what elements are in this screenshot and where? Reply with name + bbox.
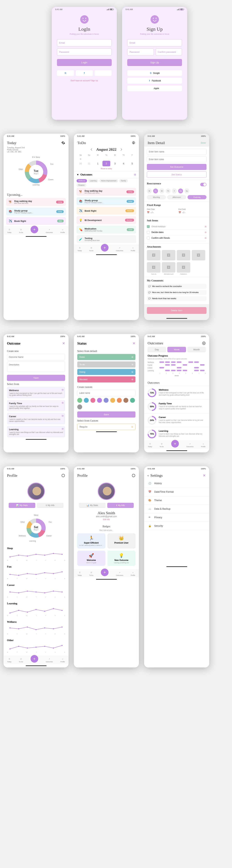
nav-profile[interactable]: ☺Profile (201, 442, 206, 447)
nav-add-button[interactable]: + (31, 226, 38, 233)
prev-month-button[interactable] (91, 148, 93, 151)
nav-todo[interactable]: ☑To Do (19, 228, 23, 233)
login-button[interactable]: Login (57, 59, 112, 66)
color-swatch[interactable] (77, 404, 82, 409)
color-swatch[interactable] (110, 398, 115, 403)
outcome-option[interactable]: Family TimeI want to do activities with … (7, 400, 65, 411)
settings-item[interactable]: ☁️Data & Backup (144, 505, 209, 513)
settings-item[interactable]: 🎨Theme (144, 496, 209, 505)
outcome-item[interactable]: 75%LearningI want to learn new things so… (144, 427, 209, 441)
todo-card[interactable]: 📚Study groupPrep for Tuesday's exam…Dela… (77, 197, 136, 205)
back-button[interactable]: ‹ (148, 474, 149, 477)
filter-chip[interactable]: Finance (77, 184, 86, 187)
tab-my-stats[interactable]: 📊 My Stats (79, 503, 106, 508)
apple-login-button[interactable] (95, 70, 112, 76)
outcome-item[interactable]: 50%Family TimeI want to do activities wi… (144, 400, 209, 413)
password-field[interactable] (127, 49, 154, 56)
nav-profile[interactable]: ☺Profile (60, 657, 65, 663)
settings-icon[interactable] (61, 141, 65, 145)
outcome-option[interactable]: CareerI want to upskill so that I can be… (7, 413, 65, 424)
color-swatch[interactable] (130, 398, 135, 403)
remove-option-icon[interactable]: ⊖ (62, 389, 64, 391)
outcome-option[interactable]: LearningI want to learn new things so th… (7, 426, 65, 437)
password-field[interactable] (57, 49, 112, 56)
settings-icon[interactable] (132, 473, 136, 477)
remove-option-icon[interactable]: ⊖ (62, 427, 64, 430)
item-notes-input[interactable] (147, 156, 206, 162)
facebook-login-button[interactable]: f (76, 70, 93, 76)
settings-icon[interactable] (202, 341, 206, 345)
filter-icon[interactable]: ▼ (77, 173, 79, 176)
set-status-button[interactable]: Set Status (147, 172, 206, 178)
remove-status-icon[interactable]: ⊖ (131, 426, 133, 428)
nav-profile[interactable]: ☺Profile (60, 228, 65, 233)
segment-button[interactable]: Month (187, 347, 206, 352)
tab-my-info[interactable]: ℹ My Info (37, 503, 63, 508)
nav-add-button[interactable]: + (101, 244, 109, 252)
email-field[interactable] (127, 39, 182, 46)
nav-todo[interactable]: ☑To Do (19, 657, 23, 663)
todo-card[interactable]: 🐕Dog walking day60% done card nameDoing (77, 188, 136, 196)
remove-subitem-icon[interactable]: ⊖ (205, 237, 206, 239)
upcoming-card[interactable]: 📚Study groupPrep for Tuesday's exam…Dela… (6, 208, 66, 215)
color-swatch[interactable] (90, 398, 95, 403)
outcome-option[interactable]: WellnessI want to feel energized so that… (7, 387, 65, 398)
badge-card[interactable]: 🏃Super Efficient8 of 30 • efficiency awa… (77, 533, 106, 549)
apple-signup-button[interactable]: Apple (127, 85, 182, 91)
save-button[interactable]: Save (77, 411, 136, 417)
edit-info-link[interactable]: Edit info (74, 518, 139, 521)
remove-status-icon[interactable]: ⊖ (132, 363, 133, 366)
item-name-input[interactable] (147, 149, 206, 155)
calendar-day[interactable]: 4 (120, 161, 128, 166)
close-button[interactable]: ✕ (133, 341, 136, 345)
badge-card[interactable]: 🚀WelcomeHere's to a goal! (77, 551, 106, 566)
nav-today[interactable]: ☰Today (78, 571, 82, 576)
color-swatch[interactable] (117, 398, 122, 403)
day-toggle[interactable]: Th (166, 189, 171, 193)
delete-item-button[interactable]: Delete Item (147, 307, 206, 314)
outcome-desc-input[interactable] (7, 362, 65, 372)
start-date-picker[interactable]: 📅- / - (147, 210, 175, 215)
remove-status-icon[interactable]: ⊖ (132, 378, 133, 381)
confirm-password-field[interactable] (155, 49, 182, 56)
nav-today[interactable]: ☰Today (7, 657, 11, 663)
google-login-button[interactable]: G (57, 70, 74, 76)
todo-card[interactable]: 🧪TestingSomething about else (77, 235, 136, 243)
calendar-day[interactable]: 2 (103, 161, 111, 166)
segment-button[interactable]: Week (167, 347, 186, 352)
remove-status-icon[interactable]: ⊖ (132, 356, 133, 358)
signup-link[interactable]: Don't have an account? Sign Up (57, 80, 112, 82)
tab-my-stats[interactable]: 📊 My Stats (9, 503, 35, 508)
attachment-thumb[interactable]: 🖼 (162, 250, 175, 260)
filter-chip[interactable]: Wellness (77, 179, 87, 182)
remove-option-icon[interactable]: ⊖ (62, 401, 64, 404)
nav-today[interactable]: ☰Today (78, 246, 82, 252)
attachment-thumb[interactable]: 🖼 (177, 250, 190, 260)
attachment-thumb[interactable]: 🖼 (192, 250, 205, 260)
login-link[interactable]: Login (179, 9, 184, 11)
set-outcome-button[interactable]: Set Outcome (147, 164, 206, 170)
settings-item[interactable]: 📅Date/Time Format (144, 488, 209, 496)
time-of-day-toggle[interactable]: Afternoon (167, 195, 186, 199)
nav-outcomes[interactable]: ↗Outcomes (46, 228, 53, 233)
attachment-thumb[interactable]: 🖼 (177, 262, 190, 273)
upcoming-card[interactable]: 🐕Dog walking day60% done and moreDoing (6, 198, 66, 206)
outcome-item[interactable]: 73%WellnessI want to feel energized so t… (144, 386, 209, 400)
status-option[interactable]: Done⊖ (77, 354, 136, 360)
nav-add-button[interactable]: + (31, 655, 38, 663)
save-button[interactable]: Save (7, 375, 65, 381)
subitem-checkbox[interactable] (147, 231, 150, 234)
nav-outcomes[interactable]: ↗Outcomes (116, 246, 123, 252)
settings-item[interactable]: 🕐History (144, 479, 209, 488)
done-button[interactable]: Done (201, 142, 206, 144)
filter-chip[interactable]: Learning (88, 179, 98, 182)
outcome-item[interactable]: 24%CareerI want to upskill so that I can… (144, 413, 209, 427)
remove-subitem-icon[interactable]: ⊖ (205, 231, 206, 234)
nav-add-button[interactable]: + (101, 568, 109, 576)
nav-todo[interactable]: ☑To Do (89, 246, 93, 252)
nav-outcomes[interactable]: ↗Outcomes (116, 571, 123, 576)
reoccurrence-toggle[interactable] (200, 183, 206, 186)
label-name-input[interactable] (77, 390, 136, 396)
custom-status-option[interactable]: Require⊖ (77, 424, 136, 430)
color-swatch[interactable] (77, 398, 82, 403)
